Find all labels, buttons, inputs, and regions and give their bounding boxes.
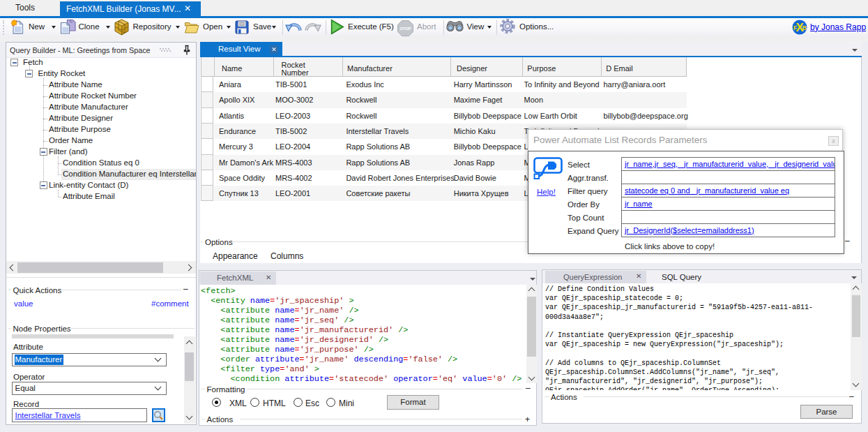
svg-text:STOP: STOP — [399, 26, 411, 30]
svg-text:B: B — [802, 24, 807, 31]
